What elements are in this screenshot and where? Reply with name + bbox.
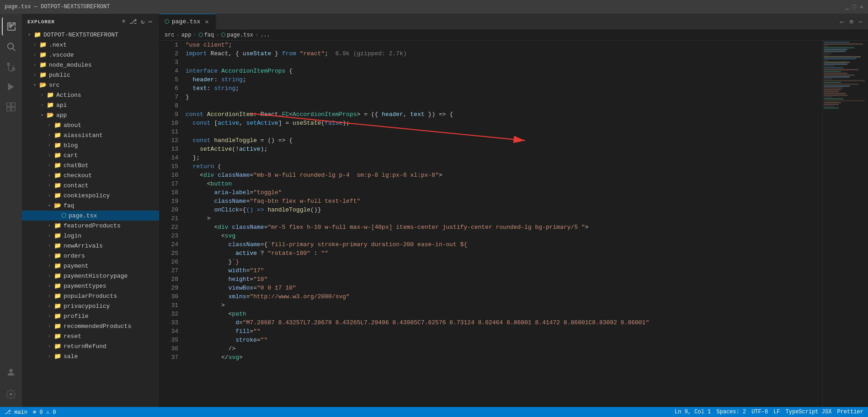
sidebar-item-vscode[interactable]: › 📁 .vscode: [22, 50, 159, 60]
chevron-down-icon: ▾: [31, 81, 38, 89]
breadcrumb-app[interactable]: app: [181, 32, 192, 38]
minimap-line: [824, 76, 850, 78]
item-label: checkout: [64, 172, 92, 179]
sidebar-item-chatbot[interactable]: › 📁 chatBot: [22, 160, 159, 170]
chevron-right-icon: ›: [46, 282, 53, 290]
svg-line-4: [13, 48, 15, 51]
sidebar-item-next[interactable]: › 📁 .next: [22, 40, 159, 50]
line-num: 17: [159, 179, 178, 188]
sidebar-item-sale[interactable]: › 📁 sale: [22, 351, 159, 361]
sidebar-item-privacypolicy[interactable]: › 📁 privacypolicy: [22, 301, 159, 311]
status-spaces[interactable]: Spaces: 2: [716, 409, 746, 415]
code-content[interactable]: "use client"; import React, { useState }…: [182, 41, 822, 407]
extensions-icon[interactable]: [2, 98, 20, 116]
sidebar-item-returnrefund[interactable]: › 📁 returnRefund: [22, 341, 159, 351]
line-num: 7: [159, 93, 178, 101]
sidebar-item-recommendedproducts[interactable]: › 📁 recommendedProducts: [22, 321, 159, 331]
minimap-line: [824, 89, 841, 90]
tab-label: page.tsx: [172, 18, 200, 25]
search-icon[interactable]: [2, 37, 20, 56]
sidebar-item-checkout[interactable]: › 📁 checkout: [22, 170, 159, 180]
sidebar-item-public[interactable]: › 📁 public: [22, 70, 159, 80]
refresh-icon[interactable]: ↻: [140, 17, 146, 26]
item-label: app: [56, 112, 67, 119]
item-label: api: [56, 102, 67, 109]
sidebar-item-payment[interactable]: › 📁 payment: [22, 261, 159, 271]
status-formatter[interactable]: Prettier: [837, 409, 863, 415]
sidebar-item-aiassistant[interactable]: › 📁 aiassistant: [22, 130, 159, 140]
new-folder-icon[interactable]: ⎇: [128, 17, 138, 26]
chevron-right-icon: ›: [31, 41, 38, 48]
code-line: <div className="mr-5 flex h-10 w-full ma…: [186, 223, 822, 232]
sidebar-header-actions[interactable]: + ⎇ ↻ ⋯: [121, 17, 154, 26]
collapse-all-icon[interactable]: ⋯: [148, 17, 154, 26]
code-line: active ? "rotate-180" : "": [186, 249, 822, 258]
line-num: 37: [159, 353, 178, 362]
code-line: className={`fill-primary stroke-primary …: [186, 240, 822, 249]
window-controls[interactable]: ⎯ □ ✕: [845, 3, 863, 11]
sidebar-item-faq[interactable]: ▾ 📂 faq: [22, 201, 159, 211]
breadcrumb-page-tsx[interactable]: ⬡page.tsx: [221, 32, 253, 38]
line-num: 25: [159, 249, 178, 258]
tree-arrow-root: ▾: [26, 31, 33, 38]
sidebar-item-newarrivals[interactable]: › 📁 newArrivals: [22, 241, 159, 251]
explorer-icon[interactable]: [2, 17, 20, 36]
sidebar-item-app[interactable]: ▾ 📂 app: [22, 110, 159, 120]
folder-icon: 📁: [54, 302, 61, 310]
line-numbers: 1 2 3 4 5 6 7 8 9 10 11 12 13 14: [159, 41, 182, 407]
sidebar-item-cookiespolicy[interactable]: › 📁 cookiespolicy: [22, 190, 159, 201]
editor-wrapper: 1 2 3 4 5 6 7 8 9 10 11 12 13 14: [159, 41, 868, 407]
sidebar-item-popularproducts[interactable]: › 📁 popularProducts: [22, 291, 159, 301]
chevron-right-icon: ›: [31, 51, 38, 58]
root-label: DOTPOT-NEXTSTOREFRONT: [43, 32, 118, 38]
sidebar-item-profile[interactable]: › 📁 profile: [22, 311, 159, 321]
sidebar-item-blog[interactable]: › 📁 blog: [22, 140, 159, 150]
sidebar-item-api[interactable]: › 📁 api: [22, 100, 159, 110]
minimap-line: [824, 107, 839, 109]
item-label: cookiespolicy: [64, 192, 110, 199]
go-back-icon[interactable]: ⟵: [838, 16, 846, 27]
more-actions-icon[interactable]: ⋯: [857, 16, 864, 27]
sidebar-item-about[interactable]: › 📁 about: [22, 120, 159, 130]
tab-page-tsx[interactable]: ⬡ page.tsx ✕: [159, 14, 216, 30]
status-branch[interactable]: ⎇ main: [5, 409, 27, 416]
sidebar-item-reset[interactable]: › 📁 reset: [22, 331, 159, 341]
tab-close-button[interactable]: ✕: [203, 18, 210, 26]
minimap-line: [824, 49, 847, 50]
status-line-col[interactable]: Ln 9, Col 1: [675, 409, 711, 415]
sidebar-item-paymenttypes[interactable]: › 📁 paymenttypes: [22, 281, 159, 291]
sidebar-item-paymenthistorypage[interactable]: › 📁 paymentHistorypage: [22, 271, 159, 281]
sidebar-item-orders[interactable]: › 📁 orders: [22, 251, 159, 261]
chevron-right-icon: ›: [46, 142, 53, 149]
line-num: 26: [159, 258, 178, 266]
account-icon[interactable]: [2, 363, 20, 381]
status-language[interactable]: TypeScript JSX: [786, 409, 832, 415]
settings-icon[interactable]: [2, 385, 20, 403]
new-file-icon[interactable]: +: [121, 17, 127, 26]
sidebar-item-node-modules[interactable]: › 📁 node_modules: [22, 60, 159, 70]
status-errors[interactable]: ⊗ 0 ⚠ 0: [33, 409, 56, 416]
sidebar-item-cart[interactable]: › 📁 cart: [22, 150, 159, 160]
sidebar-item-login[interactable]: › 📁 login: [22, 231, 159, 241]
item-label: blog: [64, 142, 78, 149]
line-num: 34: [159, 327, 178, 336]
item-label: about: [64, 122, 81, 129]
sidebar-title: EXPLORER: [27, 19, 55, 25]
sidebar-item-contact[interactable]: › 📁 contact: [22, 180, 159, 190]
run-debug-icon[interactable]: [2, 78, 20, 96]
sidebar-item-featuredproducts[interactable]: › 📁 featuredProducts: [22, 221, 159, 231]
status-encoding[interactable]: UTF-8: [751, 409, 768, 415]
breadcrumb-ellipsis[interactable]: ...: [260, 32, 270, 38]
minimap-line: [824, 67, 843, 69]
source-control-icon[interactable]: [2, 58, 20, 76]
sidebar-item-src[interactable]: ▾ 📂 src: [22, 80, 159, 90]
breadcrumb-src[interactable]: src: [165, 32, 175, 38]
breadcrumb-faq[interactable]: ⬡faq: [198, 32, 214, 38]
chevron-right-icon: ›: [46, 292, 53, 300]
sidebar-item-actions[interactable]: › 📁 Actions: [22, 90, 159, 100]
sidebar-item-page-tsx[interactable]: › ⬡ page.tsx: [22, 211, 159, 221]
status-line-ending[interactable]: LF: [773, 409, 780, 415]
tree-root[interactable]: ▾ 📁 DOTPOT-NEXTSTOREFRONT: [22, 30, 159, 40]
split-editor-icon[interactable]: ⊞: [847, 16, 855, 27]
minimap-line: [824, 62, 850, 63]
